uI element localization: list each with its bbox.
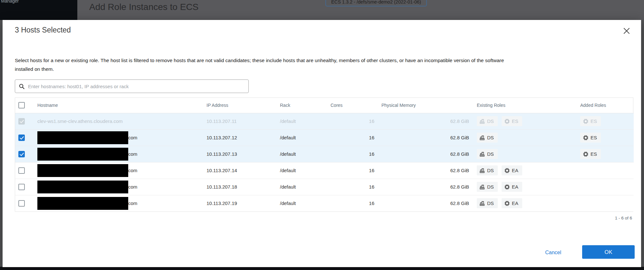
existing-roles: DSES [472, 113, 580, 129]
added-roles [580, 162, 634, 179]
role-badge-ea: EA [502, 198, 522, 208]
ip-address: 10.113.207.18 [207, 179, 280, 195]
role-badge-ea: EA [502, 182, 522, 192]
cores: 16 [331, 179, 381, 195]
container-stack-icon [480, 135, 485, 140]
redaction-box [37, 181, 128, 193]
search-input[interactable] [27, 83, 245, 89]
row-checkbox[interactable] [18, 151, 25, 157]
row-checkbox[interactable] [18, 135, 25, 141]
table-row[interactable]: clev-ws1.sme-clev.athens.cloudera.com 10… [15, 113, 634, 129]
role-badge-label: ES [512, 118, 518, 124]
role-badge-label: DS [487, 151, 494, 157]
chip-icon [583, 135, 588, 140]
hostname: com [128, 184, 137, 190]
added-roles: ES [580, 129, 634, 146]
role-badge-ds: DS [477, 165, 498, 175]
added-roles [580, 179, 634, 195]
added-roles: ES [580, 146, 634, 162]
physical-memory: 62.8 GiB [381, 146, 472, 162]
role-badge-es: ES [502, 116, 522, 126]
column-header-cores: Cores [331, 98, 381, 113]
existing-roles: DSEA [472, 179, 580, 195]
ok-button[interactable]: OK [582, 245, 635, 259]
cores: 16 [331, 113, 381, 129]
redaction-box [37, 164, 128, 177]
table-header-row: Hostname IP Address Rack Cores Physical … [15, 98, 634, 113]
page-title: Add Role Instances to ECS [89, 2, 198, 12]
added-roles [580, 195, 634, 211]
close-icon[interactable] [622, 27, 631, 35]
chip-icon [505, 201, 510, 206]
role-badge-label: DS [487, 200, 494, 206]
role-badge-label: EA [512, 200, 518, 206]
role-badge-ds: DS [477, 198, 498, 208]
role-badge-label: DS [487, 118, 494, 124]
physical-memory: 62.8 GiB [381, 162, 472, 179]
row-checkbox[interactable] [18, 184, 25, 190]
rack: /default [280, 146, 331, 162]
table-row[interactable]: com 10.113.207.18 /default 16 62.8 GiB D… [15, 179, 634, 195]
cores: 16 [331, 162, 381, 179]
select-all-checkbox[interactable] [18, 102, 25, 108]
modal-description: Select hosts for a new or existing role.… [15, 56, 504, 73]
cores: 16 [331, 146, 381, 162]
existing-roles: DS [472, 146, 580, 162]
row-checkbox[interactable] [18, 200, 25, 207]
column-header-added-roles: Added Roles [580, 98, 634, 113]
physical-memory: 62.8 GiB [381, 113, 472, 129]
hostname: com [128, 151, 137, 157]
cancel-button[interactable]: Cancel [545, 250, 561, 256]
container-stack-icon [480, 184, 485, 190]
role-badge-ds: DS [477, 116, 498, 126]
row-checkbox[interactable] [18, 167, 25, 174]
table-row[interactable]: com 10.113.207.12 /default 16 62.8 GiB D… [15, 129, 634, 146]
role-badge-label: DS [487, 135, 494, 140]
chip-icon [505, 119, 510, 124]
chip-icon [583, 119, 588, 124]
chip-icon [505, 184, 510, 190]
ip-address: 10.113.207.13 [207, 146, 280, 162]
table-row[interactable]: com 10.113.207.19 /default 16 62.8 GiB D… [15, 195, 634, 211]
cores: 16 [331, 129, 381, 146]
rack: /default [280, 179, 331, 195]
sidebar-brand-label: Manager [1, 0, 19, 4]
ip-address: 10.113.207.14 [207, 162, 280, 179]
row-checkbox [18, 118, 25, 125]
rack: /default [280, 162, 331, 179]
role-badge-es: ES [580, 133, 601, 143]
hosts-table: Hostname IP Address Rack Cores Physical … [15, 98, 633, 212]
column-header-rack: Rack [280, 98, 331, 113]
table-row[interactable]: com 10.113.207.14 /default 16 62.8 GiB D… [15, 162, 634, 179]
ip-address: 10.113.207.19 [207, 195, 280, 211]
select-hosts-modal: 3 Hosts Selected Select hosts for a new … [3, 20, 641, 267]
column-header-memory: Physical Memory [381, 98, 472, 113]
table-row[interactable]: com 10.113.207.13 /default 16 62.8 GiB D… [15, 146, 634, 162]
container-stack-icon [480, 119, 485, 124]
column-header-ip: IP Address [207, 98, 280, 113]
existing-roles: DSEA [472, 162, 580, 179]
rack: /default [280, 113, 331, 129]
redaction-box [37, 197, 128, 210]
role-badge-es: ES [580, 149, 601, 159]
search-icon [19, 84, 24, 89]
hostname: com [128, 200, 137, 206]
added-roles: ES [580, 113, 634, 129]
container-stack-icon [480, 201, 485, 206]
hostname: com [128, 135, 137, 140]
role-badge-label: EA [512, 184, 518, 190]
hostname: clev-ws1.sme-clev.athens.cloudera.com [37, 118, 123, 124]
role-badge-label: DS [487, 184, 494, 190]
ip-address: 10.113.207.11 [207, 113, 280, 129]
column-header-hostname: Hostname [37, 98, 207, 113]
chip-icon [583, 152, 588, 157]
container-stack-icon [480, 152, 485, 157]
role-badge-label: ES [591, 118, 597, 124]
role-badge-label: EA [512, 168, 518, 173]
app-sidebar: Manager [0, 0, 77, 20]
description-line: installed on them. [15, 65, 504, 73]
role-badge-ea: EA [502, 165, 522, 175]
redaction-box [37, 131, 128, 144]
physical-memory: 62.8 GiB [381, 195, 472, 211]
cores: 16 [331, 195, 381, 211]
